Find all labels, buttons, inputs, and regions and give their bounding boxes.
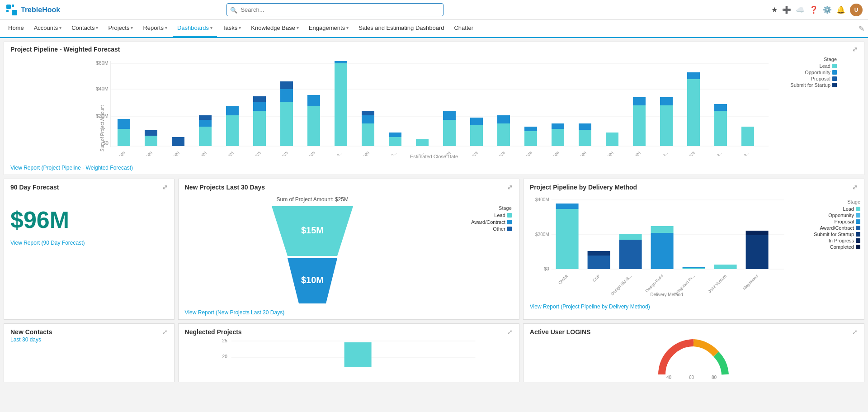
svg-rect-15 bbox=[118, 119, 130, 129]
notifications-icon[interactable]: 🔔 bbox=[836, 5, 845, 14]
new-contacts-expand-icon[interactable]: ⤢ bbox=[162, 328, 168, 336]
nav-home-label: Home bbox=[8, 24, 24, 31]
new-contacts-panel: New Contacts ⤢ Last 30 days bbox=[4, 323, 175, 382]
dlg-lead: Lead bbox=[802, 206, 860, 212]
delivery-expand-icon[interactable]: ⤢ bbox=[852, 184, 858, 191]
svg-rect-99 bbox=[587, 251, 610, 256]
svg-rect-18 bbox=[172, 137, 184, 146]
svg-text:20: 20 bbox=[222, 354, 227, 359]
svg-rect-40 bbox=[443, 120, 456, 146]
pipeline-view-link[interactable]: View Report (Project Pipeline - Weighted… bbox=[4, 163, 864, 175]
svg-text:$10M: $10M bbox=[301, 275, 324, 285]
svg-text:May 2026: May 2026 bbox=[545, 151, 560, 156]
add-icon[interactable]: ➕ bbox=[782, 5, 791, 14]
dlg-lead-label: Lead bbox=[843, 206, 854, 212]
nav-tasks-label: Tasks bbox=[222, 24, 237, 31]
svg-rect-28 bbox=[280, 89, 293, 102]
nav-projects[interactable]: Projects ▾ bbox=[104, 20, 137, 37]
reports-chevron-icon: ▾ bbox=[165, 25, 167, 30]
svg-rect-59 bbox=[714, 111, 727, 146]
svg-rect-31 bbox=[307, 95, 320, 106]
svg-text:August 2025: August 2025 bbox=[297, 151, 316, 156]
new-projects-expand-icon[interactable]: ⤢ bbox=[507, 184, 513, 191]
active-logins-expand-icon[interactable]: ⤢ bbox=[852, 328, 858, 336]
svg-rect-44 bbox=[497, 123, 510, 146]
nav-knowledge-base[interactable]: Knowledge Base ▾ bbox=[246, 20, 303, 37]
svg-text:October 2025: October 2025 bbox=[350, 151, 370, 156]
svg-text:$40M: $40M bbox=[96, 86, 108, 91]
svg-text:$60M: $60M bbox=[96, 60, 108, 66]
nav-chatter[interactable]: Chatter bbox=[449, 20, 478, 37]
svg-rect-50 bbox=[579, 130, 591, 146]
gauge-svg: 40 60 80 bbox=[657, 338, 730, 379]
pipeline-expand-icon[interactable]: ⤢ bbox=[852, 46, 858, 53]
svg-rect-101 bbox=[619, 234, 642, 240]
svg-rect-106 bbox=[714, 265, 736, 269]
nav-contacts[interactable]: Contacts ▾ bbox=[67, 20, 103, 37]
middle-row: 90 Day Forecast ⤢ $96M View Report (90 D… bbox=[4, 179, 864, 320]
dlg-completed-dot bbox=[856, 245, 860, 249]
legend-proposal-label: Proposal bbox=[811, 76, 830, 81]
settings-icon[interactable]: ⚙️ bbox=[823, 5, 832, 14]
forecast-view-link[interactable]: View Report (90 Day Forecast) bbox=[4, 238, 174, 250]
svg-rect-35 bbox=[362, 115, 374, 123]
funnel-svg: $15M $10M bbox=[267, 206, 358, 306]
help-icon[interactable]: ❓ bbox=[809, 5, 818, 14]
pipeline-panel-header: Project Pipeline - Weighted Forecast ⤢ bbox=[4, 42, 864, 53]
delivery-view-link[interactable]: View Report (Project Pipeline by Deliver… bbox=[524, 302, 864, 313]
forecast-expand-icon[interactable]: ⤢ bbox=[162, 184, 168, 191]
projects-chevron-icon: ▾ bbox=[131, 25, 133, 30]
active-logins-title: Active User LOGINS bbox=[530, 328, 591, 336]
cloud-icon[interactable]: ☁️ bbox=[796, 5, 805, 14]
legend-opportunity-dot bbox=[832, 70, 837, 75]
funnel-sum-label: Sum of Project Amount: $25M bbox=[276, 196, 348, 203]
svg-rect-52 bbox=[606, 133, 618, 146]
user-avatar[interactable]: U bbox=[850, 4, 863, 16]
pipeline-delivery-panel: Project Pipeline by Delivery Method ⤢ $4… bbox=[523, 179, 864, 320]
nav-engagements-label: Engagements bbox=[309, 24, 345, 31]
funnel-award-label: Award/Contract bbox=[471, 219, 505, 225]
nav-engagements[interactable]: Engagements ▾ bbox=[304, 20, 353, 37]
new-projects-title: New Projects Last 30 Days bbox=[185, 184, 265, 191]
nav-tasks[interactable]: Tasks ▾ bbox=[218, 20, 245, 37]
svg-text:February 2026: February 2026 bbox=[458, 151, 479, 156]
neglected-expand-icon[interactable]: ⤢ bbox=[507, 328, 513, 336]
nav-sales-dashboard[interactable]: Sales and Estimating Dashboard bbox=[354, 20, 448, 37]
search-container: 🔍 bbox=[226, 3, 443, 16]
navbar-edit-icon[interactable]: ✎ bbox=[859, 24, 864, 33]
search-input[interactable] bbox=[226, 3, 443, 16]
legend-startup-dot bbox=[832, 83, 837, 87]
nav-dashboards[interactable]: Dashboards ▾ bbox=[173, 20, 217, 37]
nav-reports[interactable]: Reports ▾ bbox=[138, 20, 172, 37]
svg-text:40: 40 bbox=[666, 375, 672, 379]
pipeline-weighted-forecast-panel: Project Pipeline - Weighted Forecast ⤢ S… bbox=[4, 42, 864, 175]
delivery-title: Project Pipeline by Delivery Method bbox=[530, 184, 637, 191]
svg-text:September 2...: September 2... bbox=[322, 151, 343, 156]
svg-rect-48 bbox=[552, 129, 564, 146]
dlg-award-dot bbox=[856, 226, 860, 230]
accounts-chevron-icon: ▾ bbox=[59, 25, 61, 30]
funnel-legend: Stage Lead Award/Contract Other bbox=[458, 196, 512, 232]
new-projects-view-link[interactable]: View Report (New Projects Last 30 Days) bbox=[179, 308, 519, 319]
svg-text:May 2025: May 2025 bbox=[219, 151, 235, 156]
dlg-inprogress-dot bbox=[856, 238, 860, 243]
legend-startup: Submit for Startup bbox=[790, 82, 837, 88]
legend-proposal-dot bbox=[832, 76, 837, 81]
app-logo[interactable]: TrebleHook bbox=[5, 4, 60, 16]
svg-text:$15M: $15M bbox=[301, 225, 324, 235]
svg-rect-43 bbox=[470, 118, 483, 125]
nav-home[interactable]: Home bbox=[4, 20, 28, 37]
nav-accounts[interactable]: Accounts ▾ bbox=[29, 20, 66, 37]
neglected-projects-panel: Neglected Projects ⤢ 25 20 bbox=[178, 323, 519, 382]
favorites-icon[interactable]: ★ bbox=[771, 5, 778, 14]
nav-projects-label: Projects bbox=[108, 24, 129, 31]
dlg-completed-label: Completed bbox=[830, 244, 854, 250]
svg-rect-30 bbox=[307, 106, 320, 146]
svg-text:November 2...: November 2... bbox=[377, 151, 397, 156]
svg-text:April 2026: April 2026 bbox=[518, 151, 533, 156]
delivery-chart-container: $400M $200M $0 bbox=[524, 193, 864, 302]
svg-text:Negotiated: Negotiated bbox=[742, 274, 759, 291]
svg-rect-34 bbox=[362, 123, 374, 146]
svg-rect-25 bbox=[253, 102, 266, 111]
neglected-title: Neglected Projects bbox=[185, 328, 242, 336]
